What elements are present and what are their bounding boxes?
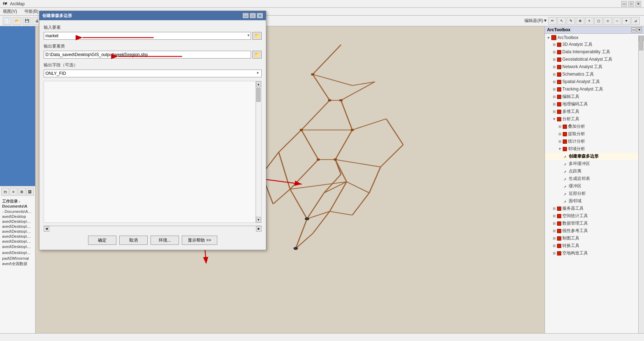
dialog-env-btn[interactable]: 环境... [151,236,179,245]
browse-icon-2: 📁 [254,52,260,57]
output-feature-browse-btn[interactable]: 📁 [252,51,262,59]
input-feature-row: market ▼ 📁 [44,32,262,40]
dialog-thiessen: 创建泰森多边形 — □ ✕ 输入要素 market ▼ 📁 [39,11,266,250]
input-feature-browse-btn[interactable]: 📁 [252,32,262,40]
dialog-body: 输入要素 market ▼ 📁 [39,20,266,250]
input-feature-label: 输入要素 [44,24,262,31]
input-feature-value[interactable]: market [44,32,251,40]
dialog-scroll-up[interactable]: ▲ [256,81,261,87]
output-field-field: 输出字段（可选） ONLY_FID [44,62,262,77]
dialog-minimize-btn[interactable]: — [242,13,249,18]
dialog-buttons: 确定 取消 环境... 显示帮助 >> [44,234,262,246]
input-feature-field: 输入要素 market ▼ 📁 [44,24,262,40]
dialog-scrollbar[interactable]: ▲ ▼ [256,81,261,222]
output-field-label: 输出字段（可选） [44,62,262,68]
dialog-help-btn[interactable]: 显示帮助 >> [182,236,217,245]
output-field-select[interactable]: ONLY_FID [44,70,262,77]
dialog-close-btn[interactable]: ✕ [257,13,263,18]
hscroll-right-btn[interactable]: ▶ [256,226,262,232]
dialog-content-area: ▲ ▼ [44,81,262,223]
dialog-scroll-track [256,87,261,217]
output-feature-row: 📁 [44,51,262,59]
hscroll-left-btn[interactable]: ◀ [44,226,49,232]
dialog-title: 创建泰森多边形 [42,13,72,19]
browse-icon-1: 📁 [254,33,260,39]
dialog-hscrollbar: ◀ ▶ [44,226,262,231]
output-field-wrapper: ONLY_FID [44,70,262,77]
hscroll-track [49,226,256,231]
output-feature-input[interactable] [44,51,251,59]
dialog-scroll-thumb[interactable] [256,88,261,102]
dialog-confirm-btn[interactable]: 确定 [88,236,116,245]
dialog-cancel-btn[interactable]: 取消 [119,236,148,245]
dialog-titlebar: 创建泰森多边形 — □ ✕ [39,11,266,20]
dialog-maximize-btn[interactable]: □ [250,13,256,18]
dialog-controls: — □ ✕ [242,13,263,18]
dialog-overlay: 创建泰森多边形 — □ ✕ 输入要素 market ▼ 📁 [0,0,644,341]
output-feature-field: 输出要素类 📁 [44,43,262,59]
input-feature-wrapper: market ▼ [44,32,251,40]
output-feature-label: 输出要素类 [44,43,262,49]
dialog-scroll-down[interactable]: ▼ [256,217,261,222]
